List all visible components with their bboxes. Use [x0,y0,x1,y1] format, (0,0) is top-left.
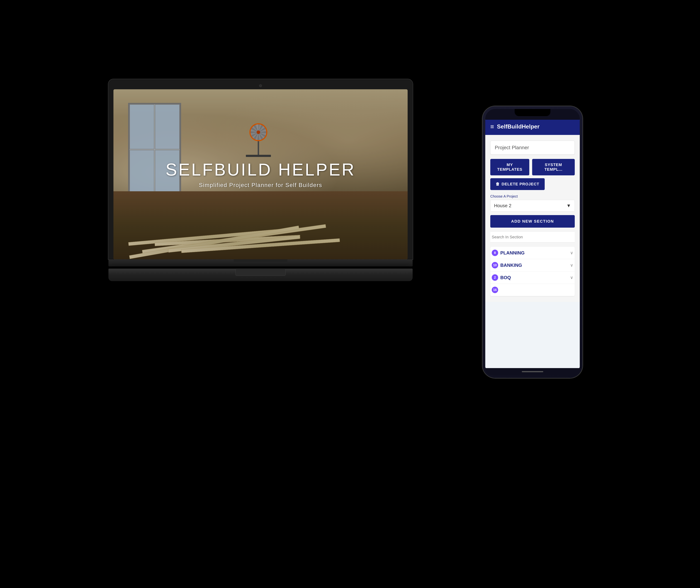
home-indicator [522,371,543,372]
phone-header: ≡ SelfBuildHelper [485,118,580,135]
search-section-input[interactable] [490,232,575,242]
list-item[interactable]: 2 BOQ ∨ [490,271,575,284]
app-subtitle: Simplified Project Planner for Self Buil… [199,182,322,188]
planning-section-name: PLANNING [500,250,525,256]
phone-notch-area [485,109,580,120]
menu-icon[interactable]: ≡ [490,123,494,130]
laptop-trackpad [235,269,286,276]
laptop-bottom [108,269,413,281]
laptop-screen: SELFBUILD HELPER Simplified Project Plan… [113,89,408,259]
banking-badge: 10 [492,262,498,268]
phone-outer: ≡ SelfBuildHelper Project Planner MY TEM… [482,106,583,378]
list-item[interactable]: 8 PLANNING ∨ [490,247,575,259]
delete-project-button[interactable]: 🗑 DELETE PROJECT [490,178,545,190]
planning-badge: 8 [492,250,498,256]
project-select-label: Choose A Project [490,194,575,198]
screen-overlay: SELFBUILD HELPER Simplified Project Plan… [113,89,408,259]
template-button-row: MY TEMPLATES SYSTEM TEMPL... [490,159,575,175]
section-left: 16 [492,287,500,293]
sections-list: 8 PLANNING ∨ 10 BANKING ∨ [490,247,575,296]
chevron-down-icon: ∨ [570,263,573,268]
boq-badge: 2 [492,274,498,281]
project-planner-label: Project Planner [495,145,529,150]
boq-section-name: BOQ [500,275,511,280]
section-left: 8 PLANNING [492,250,525,256]
chevron-down-icon: ∨ [570,275,573,280]
trash-icon: 🗑 [496,182,500,186]
phone-notch [515,109,550,116]
main-scene: SELFBUILD HELPER Simplified Project Plan… [99,43,601,545]
phone-app-title: SelfBuildHelper [497,123,539,130]
system-templates-button[interactable]: SYSTEM TEMPL... [532,159,575,175]
project-planner-input[interactable]: Project Planner [490,141,575,155]
laptop-screen-outer: SELFBUILD HELPER Simplified Project Plan… [108,79,413,259]
laptop-base [108,259,413,266]
project-select-dropdown[interactable]: House 2 ▼ [490,200,575,212]
section-left: 2 BOQ [492,274,511,281]
laptop-hinge [234,259,287,262]
add-new-section-button[interactable]: ADD NEW SECTION [490,215,575,228]
delete-button-label: DELETE PROJECT [502,182,539,186]
my-templates-button[interactable]: MY TEMPLATES [490,159,529,175]
phone-device: ≡ SelfBuildHelper Project Planner MY TEM… [482,106,583,378]
phone-content: Project Planner MY TEMPLATES SYSTEM TEMP… [485,135,580,302]
section-left: 10 BANKING [492,262,522,268]
project-select-value: House 2 [494,203,511,208]
chevron-down-icon: ∨ [570,250,573,255]
screen-background: SELFBUILD HELPER Simplified Project Plan… [113,89,408,259]
dropdown-chevron-icon: ▼ [566,203,571,208]
phone-screen: ≡ SelfBuildHelper Project Planner MY TEM… [485,118,580,369]
app-title: SELFBUILD HELPER [166,160,356,179]
list-item[interactable]: 10 BANKING ∨ [490,259,575,271]
list-item[interactable]: 16 [490,284,575,296]
room-scene: SELFBUILD HELPER Simplified Project Plan… [113,89,408,259]
laptop-device: SELFBUILD HELPER Simplified Project Plan… [108,79,413,281]
extra-badge: 16 [492,287,498,293]
banking-section-name: BANKING [500,263,522,268]
phone-bottom-bar [485,368,580,375]
laptop-camera [259,84,262,87]
